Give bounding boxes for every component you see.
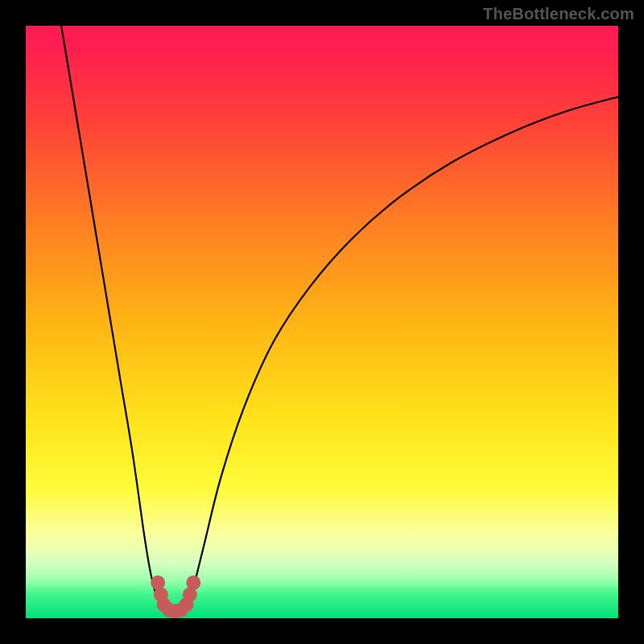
bottleneck-chart [26, 26, 618, 618]
plot-area [26, 26, 618, 618]
gradient-background [26, 26, 618, 618]
attribution-text: TheBottleneck.com [483, 5, 634, 23]
marker-point [186, 576, 200, 590]
